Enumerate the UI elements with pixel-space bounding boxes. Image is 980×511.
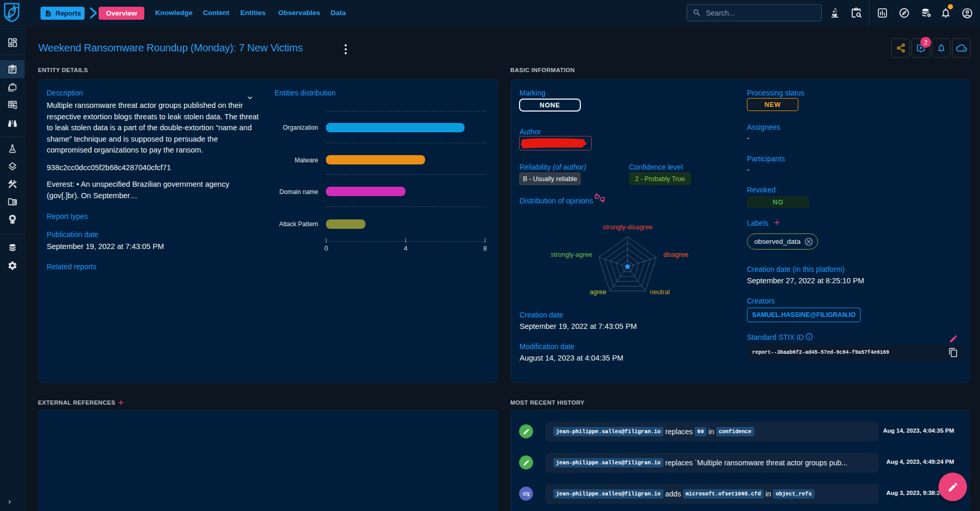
svg-text:strongly-agree: strongly-agree xyxy=(551,251,592,258)
svg-text:agree: agree xyxy=(590,288,606,296)
svg-text:strongly-disagree: strongly-disagree xyxy=(603,224,652,231)
svg-text:disagree: disagree xyxy=(663,251,688,258)
svg-text:neutral: neutral xyxy=(650,288,670,296)
